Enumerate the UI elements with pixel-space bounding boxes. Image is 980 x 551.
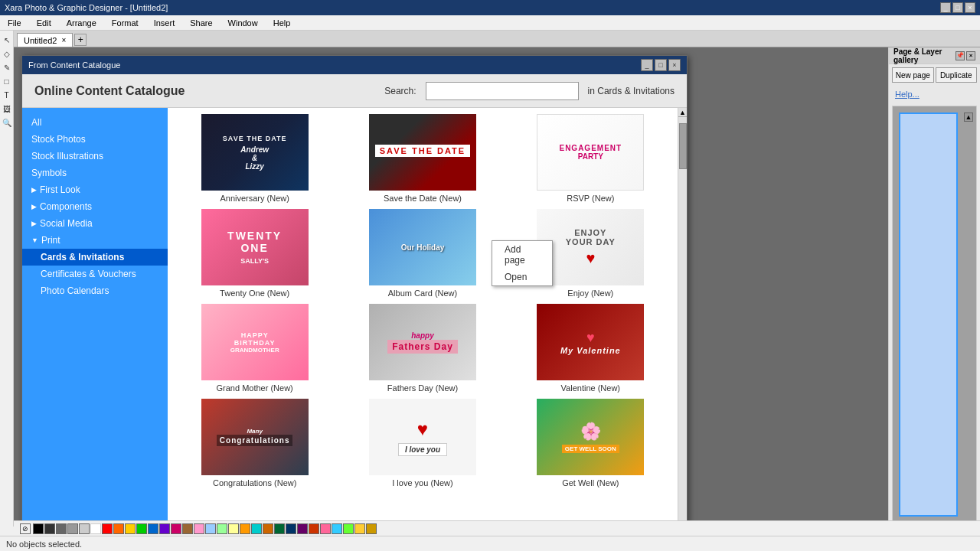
tab-add-button[interactable]: + [74,34,87,46]
grid-item-iloveyou[interactable]: ♥ I love you I love you (New) [341,399,503,487]
text-tool[interactable]: T [1,89,13,101]
tab-bar: Untitled2 × + [14,31,980,47]
color-darkgold[interactable] [366,523,377,534]
color-black[interactable] [33,523,44,534]
context-add-page[interactable]: Add page [492,241,552,269]
menu-arrange[interactable]: Arrange [62,17,101,29]
grid-item-anniversary[interactable]: SAVE THE DATE Andrew & Lizzy Anniversary… [174,114,335,203]
grid-item-valentine[interactable]: ♥ My Valentine Valentine (New) [510,304,671,393]
minimize-button[interactable]: _ [940,2,951,13]
color-yellow[interactable] [125,523,136,534]
scroll-thumb[interactable] [679,123,687,169]
sidebar-item-symbols[interactable]: Symbols [22,165,168,181]
grid-item-savedate[interactable]: SAVE THE DATE Save the Date (New) [341,114,503,203]
panel-pin-button[interactable]: 📌 [956,51,965,60]
sidebar-item-stock-illustrations[interactable]: Stock Illustrations [22,148,168,165]
menu-window[interactable]: Window [224,17,263,29]
color-darkgray[interactable] [44,523,55,534]
photo-tool[interactable]: 🖼 [1,103,13,115]
sidebar-item-all[interactable]: All [22,114,168,131]
sidebar-item-first-look[interactable]: ▶ First Look [22,181,168,198]
dialog-close-button[interactable]: × [668,59,681,71]
menu-insert[interactable]: Insert [149,17,180,29]
dialog-minimize-button[interactable]: _ [641,59,653,71]
zoom-tool[interactable]: 🔍 [1,116,13,129]
sidebar-item-social-media[interactable]: ▶ Social Media [22,215,168,232]
color-medgray[interactable] [67,523,78,534]
grid-item-rsvp[interactable]: ENGAGEMENT PARTY RSVP (New) [510,114,671,203]
color-red[interactable] [102,523,113,534]
grid-item-congrats[interactable]: Many Congratulations Congratulations (Ne… [174,399,335,487]
close-button[interactable]: × [965,2,975,13]
grid-item-getwell[interactable]: 🌸 GET WELL SOON Get Well (New) [510,399,671,487]
color-blue[interactable] [148,523,158,534]
select-tool[interactable]: ↖ [1,34,13,46]
sidebar-item-components[interactable]: ▶ Components [22,198,168,215]
grid-item-album[interactable]: Our Holiday Album Card (New) [341,209,503,298]
color-lightgreen[interactable] [217,523,227,534]
sidebar-item-cards[interactable]: Cards & Invitations [22,249,168,266]
menu-edit[interactable]: Edit [32,17,56,29]
color-teal[interactable] [251,523,262,534]
dialog-maximize-button[interactable]: □ [655,59,667,71]
scroll-up-button[interactable]: ▲ [678,108,687,117]
thumb-valentine: ♥ My Valentine [537,304,644,380]
menu-help[interactable]: Help [269,17,296,29]
label-valentine: Valentine (New) [561,383,620,393]
color-darkpurple[interactable] [297,523,308,534]
color-darkorange[interactable] [263,523,273,534]
grid-item-twentyone[interactable]: TWENTY ONE SALLY'S Twenty One (New) [174,209,335,298]
color-brown[interactable] [182,523,193,534]
color-skyblue[interactable] [332,523,342,534]
sidebar-item-stock-photos[interactable]: Stock Photos [22,131,168,148]
node-tool[interactable]: ◇ [1,47,13,60]
grid-item-grandma[interactable]: HAPPY BIRTHDAY GRANDMOTHER Grand Mother … [174,304,335,393]
color-lightpink[interactable] [194,523,204,534]
color-green[interactable] [136,523,147,534]
help-link[interactable]: Help... [892,86,923,102]
grid-item-fathers[interactable]: happy Fathers Day Fathers Day (New) [341,304,503,393]
context-menu: Add page Open [492,240,553,286]
tab-untitled2[interactable]: Untitled2 × [17,33,73,47]
color-pink[interactable] [171,523,181,534]
color-amber[interactable] [240,523,250,534]
canvas-preview: ▲ [892,106,977,523]
color-darkred[interactable] [309,523,319,534]
shape-tool[interactable]: □ [1,75,13,87]
tab-close-icon[interactable]: × [61,36,66,44]
color-darkgreen[interactable] [274,523,285,534]
menu-file[interactable]: File [3,17,26,29]
help-link-container: Help... [889,86,980,103]
vertical-scrollbar[interactable]: ▲ ▼ [678,108,687,527]
search-input[interactable] [426,82,579,100]
duplicate-button[interactable]: Duplicate [936,67,978,83]
content-area: ↖ ◇ ✎ □ T 🖼 🔍 Untitled2 × + [0,31,980,527]
menu-share[interactable]: Share [185,17,217,29]
color-gold[interactable] [354,523,365,534]
color-hotpink[interactable] [320,523,331,534]
sidebar-item-print[interactable]: ▼ Print [22,232,168,249]
color-purple[interactable] [159,523,170,534]
context-open[interactable]: Open [492,269,552,285]
menu-format[interactable]: Format [107,17,143,29]
color-lime[interactable] [343,523,354,534]
sidebar-item-certificates[interactable]: Certificates & Vouchers [22,266,168,282]
color-darkblue[interactable] [286,523,296,534]
components-arrow: ▶ [31,203,37,210]
maximize-button[interactable]: □ [952,2,963,13]
no-color-swatch[interactable]: ⊘ [20,523,31,534]
left-tool-panel: ↖ ◇ ✎ □ T 🖼 🔍 [0,31,14,527]
color-lightyellow[interactable] [228,523,239,534]
color-white[interactable] [90,523,101,534]
color-lightgray[interactable] [79,523,90,534]
label-congrats: Congratulations (New) [213,478,296,487]
color-gray[interactable] [56,523,67,534]
color-orange[interactable] [113,523,124,534]
color-lightblue[interactable] [205,523,216,534]
panel-close-button[interactable]: × [966,51,975,60]
draw-tool[interactable]: ✎ [1,61,13,73]
panel-scroll-up[interactable]: ▲ [964,112,973,122]
workspace: Untitled2 × + From Content Catalogue _ □… [14,31,980,527]
sidebar-item-calendars[interactable]: Photo Calendars [22,282,168,299]
new-page-button[interactable]: New page [892,67,934,83]
